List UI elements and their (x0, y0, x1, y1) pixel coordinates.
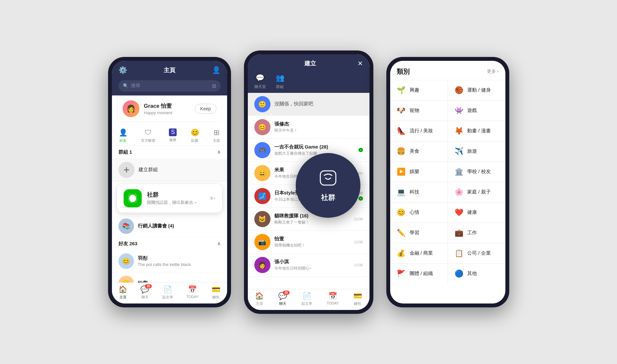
category-3[interactable]: 👾 遊戲 (448, 101, 505, 121)
search-placeholder: 搜尋 (131, 83, 140, 89)
tab-official[interactable]: 🛡 官方帳號 (141, 128, 155, 143)
cat-9-label: 學校 / 校友 (467, 169, 491, 175)
nav-today[interactable]: 📅 TODAY (186, 285, 198, 300)
cat-5-label: 動畫 / 漫畫 (467, 128, 491, 134)
phone1: ⚙️ 主頁 👤 🔍 搜尋 ⊞ 👩 Grace 怡萱 (108, 57, 231, 307)
marketing-group-item[interactable]: 📚 行銷人讀書會 (4) (112, 215, 227, 237)
p2-today-label: TODAY (327, 301, 339, 305)
p2-nav-wallet[interactable]: 💳 錢包 (353, 292, 362, 306)
p2-home-label: 主頁 (256, 301, 263, 306)
category-10[interactable]: 💻 科技 (390, 182, 448, 202)
category-6[interactable]: 🍔 美食 (390, 141, 448, 161)
nav-posts[interactable]: 📄 貼文串 (162, 285, 173, 300)
chat-item-0[interactable]: 😊 張修杰 明天中午見！ (248, 116, 369, 139)
cat-5-icon: 🦊 (454, 127, 463, 135)
category-13[interactable]: ❤️ 健康 (448, 203, 505, 223)
category-2[interactable]: 🐶 寵物 (390, 101, 448, 121)
create-group-item[interactable]: 建立群組 (112, 159, 227, 182)
chat-0-info: 張修杰 明天中午見！ (274, 121, 359, 133)
cat-13-icon: ❤️ (454, 208, 463, 217)
chat-item-top[interactable]: 🙂 沒關係，快回家吧 (248, 93, 369, 116)
category-7[interactable]: ✈️ 旅遊 (448, 141, 505, 161)
friend-0-name: 羽彤 (138, 255, 221, 261)
p2-create-tabs: 💬 聊天室 👥 群組 (248, 71, 369, 93)
friend-0-text: 羽彤 The pot calls the kettle black. (138, 255, 221, 267)
social-popup[interactable]: 社群 (296, 153, 360, 218)
friend-item-0[interactable]: 😊 羽彤 The pot calls the kettle black. (112, 250, 227, 272)
category-11[interactable]: 🌸 家庭 / 親子 (448, 182, 505, 202)
category-17[interactable]: 📋 公司 / 企業 (448, 243, 505, 263)
cat-19-icon: 🔵 (454, 270, 463, 278)
cat-2-label: 寵物 (410, 107, 419, 114)
p3-more-button[interactable]: 更多 › (487, 69, 499, 74)
cat-6-label: 美食 (410, 148, 419, 154)
cat-9-icon: 🏛️ (454, 168, 463, 176)
p2-nav-today[interactable]: 📅 TODAY (327, 292, 339, 306)
cat-0-icon: 🌱 (397, 86, 406, 94)
chat-top-info: 沒關係，快回家吧 (274, 101, 363, 107)
category-19[interactable]: 🔵 其他 (448, 264, 505, 284)
category-15[interactable]: 💼 工作 (448, 223, 505, 243)
tab-friends[interactable]: 👤 好友 (119, 128, 127, 143)
categories-wrapper: 🌱 興趣 🏀 運動 / 健身 🐶 寵物 👾 (390, 80, 505, 303)
chat-item-5[interactable]: 📸 怡萱 我帶相機去拍吧！ 11/30 (248, 231, 369, 254)
phone2: 建立 ✕ 💬 聊天室 👥 群組 🙂 沒 (244, 50, 373, 314)
category-8[interactable]: ▶️ 娛樂 (390, 162, 448, 182)
p2-nav-chat[interactable]: 💬 35 聊天 (278, 292, 287, 306)
chat-top-avatar: 🙂 (254, 96, 270, 112)
chat-4-avatar: 🐱 (254, 211, 270, 227)
p2-header: 建立 ✕ (248, 54, 369, 71)
person-add-icon[interactable]: 👤 (212, 66, 221, 74)
close-icon[interactable]: ✕ (358, 60, 363, 67)
p2-nav-home[interactable]: 🏠 主頁 (255, 292, 264, 306)
tab-service[interactable]: S 服務 (169, 128, 177, 143)
nav-chat[interactable]: 💬 35 聊天 (140, 285, 149, 300)
p2-nav-posts[interactable]: 📄 貼文串 (302, 292, 312, 306)
category-16[interactable]: 💰 金融 / 商業 (390, 243, 448, 263)
category-14[interactable]: ✏️ 學習 (390, 223, 448, 243)
sticker-tab-label: 貼圖 (191, 138, 198, 143)
search-bar[interactable]: 🔍 搜尋 ⊞ (118, 80, 221, 92)
category-1[interactable]: 🏀 運動 / 健身 (448, 80, 505, 100)
cat-4-icon: 👠 (397, 127, 406, 135)
category-12[interactable]: 😊 心情 (390, 203, 448, 223)
qr-icon[interactable]: ⊞ (212, 83, 216, 89)
chat-item-6[interactable]: 👩 張小淇 今年他生日特別開心~ 11/30 (248, 254, 369, 277)
service-tab-label: 服務 (169, 138, 176, 142)
tab-theme[interactable]: ⊞ 主題 (213, 128, 220, 143)
cat-10-icon: 💻 (397, 188, 406, 196)
category-18[interactable]: 🚩 團體 / 組織 (390, 264, 448, 284)
chevron-up-icon: ∧ (217, 149, 221, 155)
groups-section-header: 群組 1 ∧ (112, 146, 227, 159)
social-card[interactable]: 社群 開團找話題，聊出新麻吉～ 9 › (117, 184, 222, 213)
p3-title: 類別 (397, 67, 410, 76)
category-9[interactable]: 🏛️ 學校 / 校友 (448, 162, 505, 182)
theme-tab-icon: ⊞ (214, 128, 219, 137)
wallet-icon: 💳 (212, 285, 220, 294)
tab-sticker[interactable]: 😊 貼圖 (191, 128, 199, 143)
gear-icon[interactable]: ⚙️ (118, 66, 127, 74)
chat-6-info: 張小淇 今年他生日特別開心~ (274, 259, 350, 271)
nav-home[interactable]: 🏠 主頁 (118, 285, 127, 300)
cat-11-label: 家庭 / 親子 (467, 189, 491, 195)
chat-item-1[interactable]: 🎮 一吉不合就玩 Game (28) 遊戲大王像你傳送了貼圖 ▪ (248, 139, 369, 162)
cat-3-icon: 👾 (454, 106, 463, 115)
group-tab-label: 群組 (276, 84, 284, 90)
marketing-group-avatar: 📚 (118, 218, 134, 234)
p2-wallet-icon: 💳 (353, 292, 362, 300)
service-tab-icon: S (169, 128, 177, 136)
p2-bottom-nav: 🏠 主頁 💬 35 聊天 📄 貼文串 📅 TODAY 💳 (248, 289, 369, 310)
marketing-group-name: 行銷人讀書會 (4) (138, 223, 221, 229)
tab-chatroom[interactable]: 💬 聊天室 (254, 71, 266, 93)
p1-bottom-nav: 🏠 主頁 💬 35 聊天 📄 貼文串 📅 TODAY 💳 (112, 282, 227, 303)
social-card-text: 社群 開團找話題，聊出新麻吉～ (147, 191, 205, 205)
tab-group[interactable]: 👥 群組 (276, 71, 284, 93)
category-4[interactable]: 👠 流行 / 美妝 (390, 121, 448, 141)
keep-button[interactable]: Keep (195, 104, 216, 114)
cat-1-label: 運動 / 健身 (467, 87, 491, 93)
category-0[interactable]: 🌱 興趣 (390, 80, 448, 100)
friends-section-header: 好友 263 ∧ (112, 237, 227, 250)
category-5[interactable]: 🦊 動畫 / 漫畫 (448, 121, 505, 141)
grace-subtitle: Happy moment (144, 110, 190, 115)
nav-wallet[interactable]: 💳 錢包 (212, 285, 220, 300)
